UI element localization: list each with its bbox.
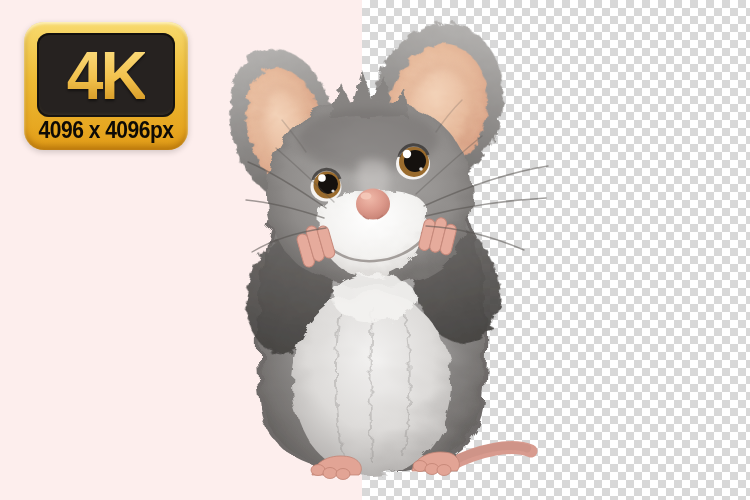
mouse-tail xyxy=(450,446,531,465)
resolution-label: 4K xyxy=(67,40,145,109)
mouse-figure xyxy=(214,10,548,480)
mouse-nose xyxy=(356,160,390,220)
resolution-badge: 4K 4096 x 4096px xyxy=(24,22,188,150)
resolution-badge-panel: 4K xyxy=(37,33,175,117)
stock-image-preview: 4K 4096 x 4096px xyxy=(0,0,750,500)
mouse-left-eye xyxy=(311,169,342,201)
dimensions-label: 4096 x 4096px xyxy=(24,116,188,144)
mouse-right-eye xyxy=(396,145,430,180)
